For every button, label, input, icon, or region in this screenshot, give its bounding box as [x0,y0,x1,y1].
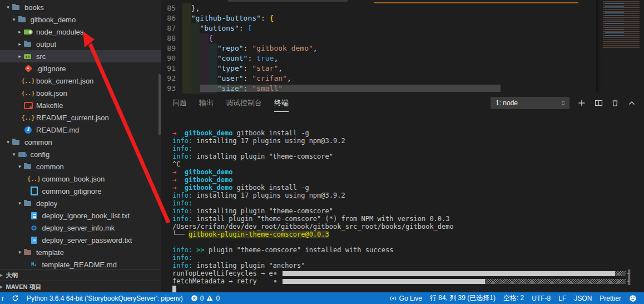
tree-item-template[interactable]: ▾template [0,246,161,258]
tree-item-deploy[interactable]: ▾deploy [0,197,161,209]
terminal-line: info: [172,254,644,262]
tree-item-template_README.md[interactable]: template_README.md [0,258,161,269]
code-token: : [244,64,252,72]
tab-problems[interactable]: 问题 [172,98,187,108]
terminal-text: → [172,184,185,192]
folder-icon [12,3,21,12]
kill-terminal-trash-icon[interactable] [611,99,620,107]
tab-output[interactable]: 输出 [199,98,214,108]
tree-item-label: common_book.json [42,175,105,183]
twistie-icon: ▾ [16,249,23,255]
code-line: 86 "github-buttons": { [161,13,596,23]
tree-item-.gitignore[interactable]: .gitignore [0,62,161,75]
tree-item-common_book.json[interactable]: common_book.json [0,173,161,185]
tree-item-gitbook_demo[interactable]: ▾gitbook_demo [0,13,161,26]
terminal-text: gitbook-plugin-theme-comscore@0.0.3 [189,231,329,238]
code-token: "type" [217,64,244,72]
terminal-line: → gitbook_demo [172,168,644,176]
tree-item-output[interactable]: ▸output [0,38,161,50]
tree-item-common[interactable]: ▾common [0,136,161,148]
code-token: { [270,14,274,22]
python-interpreter[interactable]: Python 3.6.4 64-bit ('StorybookQueryServ… [23,292,187,304]
code-token: "count" [217,54,248,62]
indent-guide [182,13,191,23]
editor-horizontal-scrollbar[interactable] [200,85,501,92]
tree-item-label: deploy [36,199,57,208]
terminal-line: info: [172,145,644,153]
terminal-text: gitbook install -g [232,184,309,192]
indent-guide [200,53,209,63]
terminal-text: info: [172,145,192,153]
tree-item-label: common [24,138,52,146]
tree-item-Makefile[interactable]: Makefile [0,99,161,111]
folder-icon [18,15,27,24]
config-folder-icon [18,150,27,159]
progress-bar-fill [283,279,485,284]
indent-guide [209,63,217,73]
terminal-line: ^C [172,160,644,168]
tree-item-node_modules[interactable]: ▸node_modules [0,26,161,38]
outline-section-header[interactable]: ▸ 大纲 [0,269,161,281]
code-token: : [247,54,256,62]
branch-fragment[interactable]: r [0,292,8,304]
code-token: : [261,14,270,22]
sidebar-scrollbar[interactable] [158,74,161,135]
tree-item-label: common [36,163,64,171]
minimap[interactable] [596,0,644,92]
code-line-content: "user": "crifan", [182,73,291,84]
terminal-output[interactable]: → gitbook_demo gitbook install -ginfo: i… [161,112,644,292]
indent-guide [200,63,209,73]
eol-indicator[interactable]: LF [554,292,570,304]
tab-terminal[interactable]: 终端 [274,98,289,108]
code-line-content: { [182,33,213,43]
tree-item-books[interactable]: ▾books [0,1,161,13]
tree-item-README_current.json[interactable]: README_current.json [0,111,161,124]
sync-icon[interactable] [8,292,23,304]
feedback-smiley-icon[interactable] [625,292,641,304]
line-number: 87 [161,23,182,33]
code-token: : [239,24,248,32]
tree-item-config[interactable]: ▾config [0,148,161,160]
tree-item-README.md[interactable]: README.md [0,124,161,136]
split-terminal-icon[interactable] [594,99,603,107]
code-token: "user" [217,74,244,82]
tree-item-deploy_server_password.txt[interactable]: deploy_server_password.txt [0,234,161,246]
tree-item-src[interactable]: ▸src [0,50,161,62]
encoding-indicator[interactable]: UTF-8 [528,292,554,304]
terminal-text: → [172,168,185,176]
problems-summary[interactable]: 0 0 [187,292,224,304]
tree-item-book_current.json[interactable]: book_current.json [0,75,161,87]
new-terminal-icon[interactable] [577,99,586,107]
code-token: [ [247,24,252,32]
formatter-indicator[interactable]: Prettier [596,292,625,304]
folder-icon [23,40,33,48]
progress-bar-fill [283,271,615,276]
tree-item-deploy_ignore_book_list.txt[interactable]: deploy_ignore_book_list.txt [0,209,161,222]
line-col-indicator[interactable]: 行 84, 列 39 (已选择1) [426,292,499,304]
language-mode[interactable]: JSON [570,292,596,304]
tree-item-book.json[interactable]: book.json [0,87,161,99]
code-editor[interactable]: 85 },86 "github-buttons": {87 "buttons":… [161,0,644,94]
indentation-indicator[interactable]: 空格: 2 [499,292,528,304]
tree-item-label: book_current.json [36,77,93,85]
terminal-text: info: [172,254,192,262]
terminal-text: installing plugin "theme-comscore" [192,153,333,160]
code-line-content: }, [182,3,200,13]
twistie-icon: ▸ [16,29,23,35]
line-number: 89 [161,43,182,53]
tree-item-deploy_server_info.mk[interactable]: deploy_server_info.mk [0,222,161,234]
line-number: 88 [161,33,182,43]
indent-guide [191,23,200,33]
terminal-text: >> [196,246,204,254]
markdown-icon [29,260,39,269]
tree-item-common_gitignore[interactable]: common_gitignore [0,185,161,197]
tree-item-common[interactable]: ▾common [0,160,161,173]
maximize-panel-chevron-icon[interactable] [627,99,636,107]
code-token: }, [191,4,200,12]
outline-section-label: 大纲 [6,271,18,280]
terminal-select-dropdown[interactable]: 1: node [491,97,569,109]
tab-debug-console[interactable]: 调试控制台 [226,98,262,108]
code-line: 90 "count": true, [161,53,596,63]
go-live-button[interactable]: Go Live [385,292,426,304]
maven-section-header[interactable]: ▸ MAVEN 项目 [0,281,161,292]
